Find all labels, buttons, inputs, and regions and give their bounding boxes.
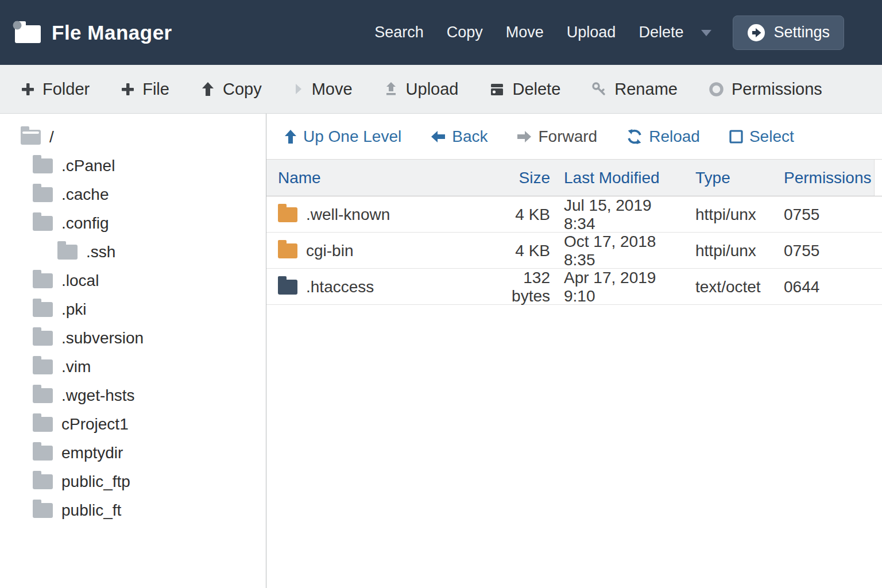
toolbar-label: Folder [42,80,90,99]
sidebar-item-pki[interactable]: .pki [0,295,266,324]
reload-button[interactable]: Reload [626,127,700,146]
table-row[interactable]: .well-known 4 KB Jul 15, 2019 8:34 httpi… [266,196,882,233]
toolbar-new-file[interactable]: File [121,80,169,99]
sidebar-item-public-ft[interactable]: public_ft [0,496,266,525]
settings-icon [747,24,765,42]
sidebar-item-local[interactable]: .local [0,266,266,295]
file-modified: Apr 17, 2019 9:10 [564,269,682,305]
toolbar-permissions[interactable]: Permissions [709,80,822,99]
toolbar-label: Permissions [732,80,822,99]
tree-item-label: .pki [61,300,87,319]
app-logo: Fle Manager [13,20,172,45]
menu-upload[interactable]: Upload [567,24,616,41]
sidebar-item-root[interactable]: / [0,123,266,152]
arrow-up-icon [200,81,215,97]
tree-item-label: .cPanel [61,157,115,175]
sidebar-item-cpanel[interactable]: .cPanel [0,152,266,180]
column-header-permissions[interactable]: Permissions [784,169,882,187]
file-list-panel: Up One Level Back Forward [266,114,882,588]
file-type: httpi/unx [695,206,770,224]
toolbar: Folder File Copy Move Upload De [0,65,882,114]
toolbar-label: Rename [614,80,678,99]
toolbar-label: Move [312,80,353,99]
column-header-type[interactable]: Type [695,169,770,187]
tree-item-label: .vim [61,358,91,376]
key-icon [591,82,607,97]
menu-delete[interactable]: Delete [639,24,683,41]
toolbar-label: Upload [406,80,459,99]
arrow-up-icon [284,129,297,145]
navigation-bar: Up One Level Back Forward [266,114,882,159]
file-manager-logo-icon [13,20,42,45]
tree-item-label: public_ft [61,501,121,520]
chevron-down-icon[interactable] [699,28,713,38]
nav-label: Forward [538,127,597,146]
folder-icon [33,474,53,489]
tree-item-label: .ssh [86,243,115,261]
folder-orange-icon [278,207,297,222]
file-name: .well-known [306,206,390,224]
column-header-last-modified[interactable]: Last Modified [564,169,682,187]
up-one-level-button[interactable]: Up One Level [284,127,401,146]
sidebar-item-cproject1[interactable]: cProject1 [0,410,266,439]
nav-label: Back [452,127,488,146]
table-row[interactable]: .htaccess 132 bytes Apr 17, 2019 9:10 te… [266,269,882,305]
tree-item-label: .cache [61,185,109,204]
tree-item-label: cProject1 [61,415,129,434]
column-header-name[interactable]: Name [278,169,485,187]
back-button[interactable]: Back [430,127,488,146]
plus-icon [121,82,135,96]
toolbar-copy[interactable]: Copy [200,80,262,99]
menu-move[interactable]: Move [506,24,544,41]
folder-root-icon [21,130,41,145]
toolbar-delete[interactable]: Delete [489,80,560,99]
folder-icon [33,388,53,403]
column-header-size[interactable]: Size [498,169,550,187]
file-size: 4 KB [498,206,550,224]
folder-icon [33,503,53,518]
tree-item-label: .subversion [61,329,144,347]
sidebar-item-emptydir[interactable]: emptydir [0,439,266,467]
sidebar-item-ssh[interactable]: .ssh [0,238,266,266]
nav-label: Up One Level [303,127,401,146]
file-modified: Oct 17, 2018 8:35 [564,233,682,269]
select-button[interactable]: Select [729,127,794,146]
sidebar-item-subversion[interactable]: .subversion [0,324,266,353]
scrollbar-gutter [874,160,882,196]
file-name: .htaccess [306,278,374,296]
toolbar-move[interactable]: Move [293,80,353,99]
table-row[interactable]: cgi-bin 4 KB Oct 17, 2018 8:35 httpi/unx… [266,233,882,269]
arrow-left-icon [430,130,446,144]
file-size: 4 KB [498,242,550,260]
file-size: 132 bytes [498,269,550,305]
settings-button[interactable]: Settings [733,16,844,50]
folder-icon [33,302,53,317]
nav-label: Select [749,127,794,146]
menu-copy[interactable]: Copy [447,24,483,41]
folder-icon [33,158,53,173]
chevron-right-icon [293,81,304,97]
sidebar-item-wget-hsts[interactable]: .wget-hsts [0,381,266,410]
folder-icon [57,245,78,260]
toolbar-rename[interactable]: Rename [591,80,678,99]
forward-button[interactable]: Forward [516,127,597,146]
file-type: httpi/unx [695,242,770,260]
sidebar-item-vim[interactable]: .vim [0,353,266,381]
tree-item-label: / [49,128,54,146]
folder-icon [33,331,53,346]
folder-icon [33,187,53,202]
tree-item-label: public_ftp [61,473,130,491]
tree-item-label: .local [61,272,99,290]
nav-label: Reload [649,127,700,146]
top-menu: Search Copy Move Upload Delete Settings [374,16,844,50]
file-name: cgi-bin [306,242,353,260]
ring-icon [709,82,724,97]
sidebar-item-public-ftp[interactable]: public_ftp [0,467,266,496]
menu-search[interactable]: Search [374,24,424,41]
toolbar-new-folder[interactable]: Folder [21,80,90,99]
folder-dark-icon [278,280,297,295]
tree-item-label: emptydir [61,444,123,462]
sidebar-item-cache[interactable]: .cache [0,180,266,209]
sidebar-item-config[interactable]: .config [0,209,266,238]
toolbar-upload[interactable]: Upload [384,80,459,99]
